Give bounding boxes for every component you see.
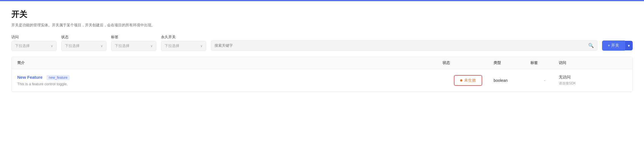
table-header: 简介 状态 类型 标签 访问 [12, 57, 632, 69]
filter-status-label: 状态 [61, 35, 107, 40]
row-intro-cell: New Feature new_feature This is a featur… [17, 75, 443, 86]
table-container: 简介 状态 类型 标签 访问 New Feature new_feature T… [11, 57, 633, 92]
filter-permanent-label: 永久开关 [161, 35, 206, 40]
row-access-cell: 无访问 请连接SDK [559, 75, 604, 86]
chevron-down-icon-4: ∨ [200, 44, 203, 48]
access-sub: 请连接SDK [559, 81, 604, 86]
page-container: 开关 开关是功能的管理实体。开关属于某个项目，开关创建后，会在项目的所有环境中出… [0, 1, 644, 98]
feature-description: This is a feature control toggle. [17, 82, 443, 86]
filter-status-group: 状态 下拉选择 ∨ [61, 35, 107, 51]
search-wrapper: 🔍 [211, 40, 598, 51]
access-main: 无访问 [559, 75, 604, 80]
feature-key-badge: new_feature [46, 75, 70, 80]
filter-status-placeholder: 下拉选择 [65, 43, 80, 48]
add-toggle-dropdown-button[interactable]: ▾ [625, 41, 633, 50]
filter-permanent-group: 永久开关 下拉选择 ∨ [161, 35, 206, 51]
row-type-cell: boolean [494, 78, 530, 83]
search-input[interactable] [214, 43, 586, 48]
filter-tag-select[interactable]: 下拉选择 ∨ [111, 41, 156, 51]
header-status: 状态 [443, 60, 494, 65]
filter-access-placeholder: 下拉选择 [15, 43, 30, 48]
header-intro: 简介 [17, 60, 443, 65]
filters-row: 访问 下拉选择 ∨ 状态 下拉选择 ∨ 标签 下拉选择 ∨ 永久开关 下拉选择 [11, 35, 633, 51]
row-intro-header: New Feature new_feature [17, 75, 443, 80]
page-description: 开关是功能的管理实体。开关属于某个项目，开关创建后，会在项目的所有环境中出现。 [11, 23, 633, 28]
add-button-group: + 开关 ▾ [602, 40, 633, 51]
header-access: 访问 [559, 60, 604, 65]
chevron-down-icon: ∨ [51, 44, 53, 48]
filter-tag-label: 标签 [111, 35, 156, 40]
filter-status-select[interactable]: 下拉选择 ∨ [61, 41, 107, 51]
chevron-down-icon-2: ∨ [101, 44, 103, 48]
filter-permanent-select[interactable]: 下拉选择 ∨ [161, 41, 206, 51]
chevron-down-icon-3: ∨ [150, 44, 153, 48]
add-toggle-button[interactable]: + 开关 [602, 40, 625, 51]
filter-access-group: 访问 下拉选择 ∨ [11, 35, 57, 51]
table-row: New Feature new_feature This is a featur… [12, 69, 632, 92]
filter-tag-placeholder: 下拉选择 [115, 43, 129, 48]
row-tag-cell: - [530, 78, 559, 83]
header-actions [604, 60, 627, 65]
status-dot-icon [460, 79, 462, 82]
feature-name-link[interactable]: New Feature [17, 75, 42, 80]
status-label: 未生效 [464, 78, 476, 83]
row-status-cell: 未生效 [443, 75, 494, 86]
header-tag: 标签 [530, 60, 559, 65]
page-title: 开关 [11, 9, 633, 20]
filter-access-label: 访问 [11, 35, 57, 40]
header-type: 类型 [494, 60, 530, 65]
filter-permanent-placeholder: 下拉选择 [165, 43, 179, 48]
search-icon: 🔍 [588, 43, 594, 48]
filter-tag-group: 标签 下拉选择 ∨ [111, 35, 156, 51]
search-container: 🔍 + 开关 ▾ [211, 35, 633, 51]
filter-access-select[interactable]: 下拉选择 ∨ [11, 41, 57, 51]
status-badge-box: 未生效 [454, 75, 482, 86]
